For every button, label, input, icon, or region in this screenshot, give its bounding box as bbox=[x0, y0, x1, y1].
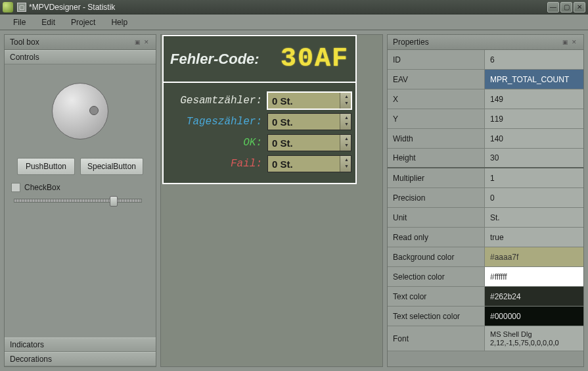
checkbox-label: CheckBox bbox=[24, 183, 60, 192]
prop-width-val[interactable]: 140 bbox=[485, 129, 583, 148]
prop-font-key: Font bbox=[388, 326, 485, 351]
spin-arrows-icon[interactable]: ▲▼ bbox=[344, 136, 349, 149]
prop-eav-key: EAV bbox=[388, 70, 485, 89]
menubar: File Edit Project Help bbox=[0, 14, 588, 30]
field-row: OK:0 St.▲▼ bbox=[168, 134, 351, 151]
menu-edit[interactable]: Edit bbox=[34, 16, 63, 29]
design-canvas[interactable]: Fehler-Code: 30AF Gesamtzähler:0 St.▲▼Ta… bbox=[160, 34, 383, 367]
prop-readonly-key: Read only bbox=[388, 228, 485, 247]
prop-x-key: X bbox=[388, 89, 485, 109]
prop-eav-val[interactable]: MPR_TOTAL_COUNT bbox=[485, 70, 583, 89]
checkbox-box[interactable] bbox=[11, 183, 20, 192]
maximize-button[interactable]: ▢ bbox=[560, 2, 572, 12]
prop-textselcolor-key: Text selection color bbox=[388, 307, 485, 326]
main-area: Tool box ▣ ✕ Controls PushButton Special… bbox=[0, 30, 588, 371]
spinbox[interactable]: 0 St.▲▼ bbox=[267, 92, 351, 109]
prop-y-key: Y bbox=[388, 109, 485, 128]
window-titlebar: ▢ *MPVDesigner - Statistik — ▢ ✕ bbox=[0, 0, 588, 14]
spin-arrows-icon[interactable]: ▲▼ bbox=[344, 157, 349, 170]
field-row: Tageszähler:0 St.▲▼ bbox=[168, 113, 351, 130]
spin-arrows-icon[interactable]: ▲▼ bbox=[344, 93, 349, 107]
prop-textcolor-val[interactable]: #262b24 bbox=[485, 287, 583, 306]
close-panel-icon[interactable]: ✕ bbox=[143, 38, 150, 46]
close-button[interactable]: ✕ bbox=[574, 2, 585, 12]
field-row: Gesamtzähler:0 St.▲▼ bbox=[168, 92, 351, 109]
prop-x-val[interactable]: 149 bbox=[485, 89, 583, 109]
controls-section-header[interactable]: Controls bbox=[5, 50, 156, 64]
error-code-label: Fehler-Code: bbox=[170, 51, 260, 68]
field-row: Fail:0 St.▲▼ bbox=[168, 155, 351, 172]
prop-unit-key: Unit bbox=[388, 208, 485, 227]
slider-thumb[interactable] bbox=[110, 196, 118, 207]
window-title: *MPVDesigner - Statistik bbox=[29, 3, 546, 12]
app-icon bbox=[3, 2, 13, 12]
spinbox[interactable]: 0 St.▲▼ bbox=[267, 113, 351, 130]
field-label: Tageszähler: bbox=[168, 116, 263, 128]
prop-y-val[interactable]: 119 bbox=[485, 109, 583, 128]
prop-font-val[interactable]: MS Shell Dlg 2,12,-1,5,75,0,0,0,0,0 bbox=[485, 326, 583, 351]
checkbox-widget[interactable]: CheckBox bbox=[11, 183, 60, 192]
prop-readonly-val[interactable]: true bbox=[485, 228, 583, 247]
prop-multiplier-key: Multiplier bbox=[388, 168, 485, 187]
prop-bgcolor-val[interactable]: #aaaa7f bbox=[485, 247, 583, 266]
prop-multiplier-val[interactable]: 1 bbox=[485, 168, 583, 187]
undock-props-icon[interactable]: ▣ bbox=[561, 38, 569, 46]
field-label: Gesamtzähler: bbox=[168, 95, 263, 107]
specialbutton-widget[interactable]: SpecialButton bbox=[80, 158, 143, 175]
close-props-icon[interactable]: ✕ bbox=[570, 38, 578, 46]
field-label: OK: bbox=[168, 137, 263, 149]
prop-height-key: Height bbox=[388, 149, 485, 167]
error-code-value: 30AF bbox=[281, 44, 349, 74]
dial-widget[interactable] bbox=[52, 83, 108, 139]
prop-width-key: Width bbox=[388, 129, 485, 148]
prop-bgcolor-key: Background color bbox=[388, 247, 485, 266]
field-label: Fail: bbox=[168, 158, 263, 170]
pushbutton-widget[interactable]: PushButton bbox=[17, 158, 75, 175]
properties-body: ID6 EAVMPR_TOTAL_COUNT X149 Y119 Width14… bbox=[388, 50, 583, 366]
slider-widget[interactable] bbox=[14, 199, 142, 203]
prop-id-key: ID bbox=[388, 50, 485, 69]
prop-precision-val[interactable]: 0 bbox=[485, 188, 583, 207]
window-type-icon: ▢ bbox=[17, 3, 26, 12]
canvas-title-row: Fehler-Code: 30AF bbox=[164, 36, 355, 82]
menu-help[interactable]: Help bbox=[103, 16, 135, 29]
menu-project[interactable]: Project bbox=[63, 16, 103, 29]
toolbox-panel: Tool box ▣ ✕ Controls PushButton Special… bbox=[4, 34, 156, 367]
toolbox-title: Tool box bbox=[10, 37, 39, 47]
properties-header: Properties ▣ ✕ bbox=[388, 35, 583, 50]
prop-textcolor-key: Text color bbox=[388, 287, 485, 306]
prop-height-val[interactable]: 30 bbox=[485, 149, 583, 167]
undock-icon[interactable]: ▣ bbox=[133, 38, 141, 46]
minimize-button[interactable]: — bbox=[547, 2, 559, 12]
canvas-form[interactable]: Fehler-Code: 30AF Gesamtzähler:0 St.▲▼Ta… bbox=[162, 35, 357, 184]
prop-selcolor-key: Selection color bbox=[388, 267, 485, 286]
prop-unit-val[interactable]: St. bbox=[485, 208, 583, 227]
spin-arrows-icon[interactable]: ▲▼ bbox=[344, 114, 349, 128]
canvas-fields: Gesamtzähler:0 St.▲▼Tageszähler:0 St.▲▼O… bbox=[164, 82, 355, 183]
toolbox-header: Tool box ▣ ✕ bbox=[5, 35, 156, 50]
controls-body: PushButton SpecialButton CheckBox bbox=[5, 64, 156, 337]
prop-textselcolor-val[interactable]: #000000 bbox=[485, 307, 583, 326]
spinbox[interactable]: 0 St.▲▼ bbox=[267, 134, 351, 151]
properties-panel: Properties ▣ ✕ ID6 EAVMPR_TOTAL_COUNT X1… bbox=[387, 34, 584, 367]
menu-file[interactable]: File bbox=[5, 16, 34, 29]
prop-selcolor-val[interactable]: #ffffff bbox=[485, 267, 583, 286]
prop-precision-key: Precision bbox=[388, 188, 485, 207]
indicators-section-header[interactable]: Indicators bbox=[5, 337, 156, 352]
properties-title: Properties bbox=[393, 37, 429, 47]
prop-id-val[interactable]: 6 bbox=[485, 50, 583, 69]
decorations-section-header[interactable]: Decorations bbox=[5, 352, 156, 366]
spinbox[interactable]: 0 St.▲▼ bbox=[267, 155, 351, 172]
